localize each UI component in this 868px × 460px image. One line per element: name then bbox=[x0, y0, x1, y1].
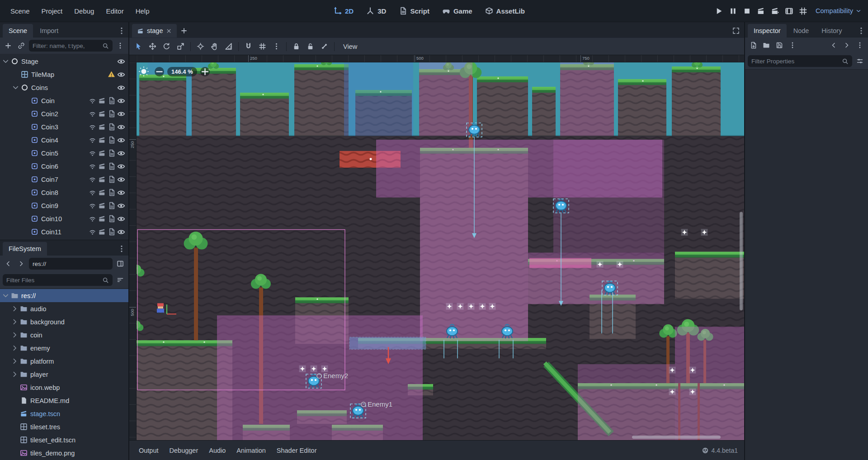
unlock-selected-button[interactable] bbox=[304, 40, 317, 53]
menu-scene[interactable]: Scene bbox=[5, 4, 36, 18]
movie-button[interactable] bbox=[98, 189, 106, 196]
collapse-arrow-icon[interactable] bbox=[2, 57, 9, 65]
fs-split-mode-icon[interactable] bbox=[115, 258, 126, 269]
resource-options-icon[interactable] bbox=[787, 40, 798, 51]
pause-button[interactable] bbox=[729, 7, 737, 15]
scene-tree-row-coin8[interactable]: Coin8 bbox=[0, 186, 128, 199]
fs-item-tileset-edit-tscn[interactable]: tileset_edit.tscn bbox=[0, 433, 128, 446]
zoom-in-button[interactable] bbox=[200, 67, 210, 76]
fs-item-tiles-demo-png[interactable]: tiles_demo.png bbox=[0, 446, 128, 460]
signal-button[interactable] bbox=[89, 149, 96, 157]
collapse-arrow-icon[interactable] bbox=[12, 84, 19, 91]
fs-item-stage-tscn[interactable]: stage.tscn bbox=[0, 407, 128, 420]
eye-button[interactable] bbox=[117, 84, 125, 92]
fs-item-audio[interactable]: audio bbox=[0, 302, 128, 315]
warning-button[interactable] bbox=[108, 71, 115, 78]
scale-tool[interactable] bbox=[174, 40, 187, 53]
script-button[interactable] bbox=[108, 149, 115, 157]
select-tool[interactable] bbox=[132, 40, 145, 53]
fs-filter-field[interactable] bbox=[6, 277, 100, 284]
stop-button[interactable] bbox=[743, 7, 751, 15]
pan-tool[interactable] bbox=[208, 40, 221, 53]
scene-tree-row-coin5[interactable]: Coin5 bbox=[0, 147, 128, 160]
script-button[interactable] bbox=[108, 175, 115, 183]
inspector-filter-field[interactable] bbox=[751, 58, 840, 65]
dock-menu-icon[interactable] bbox=[118, 27, 126, 35]
signal-button[interactable] bbox=[89, 97, 96, 104]
scene-tree-row-coin[interactable]: Coin bbox=[0, 94, 128, 107]
eye-button[interactable] bbox=[117, 57, 125, 66]
context-tab-game[interactable]: Game bbox=[442, 7, 472, 15]
movie-button[interactable] bbox=[98, 228, 106, 236]
signal-button[interactable] bbox=[89, 136, 96, 144]
play-scene-button[interactable] bbox=[757, 7, 765, 15]
add-node-button[interactable] bbox=[3, 40, 14, 51]
view-menu-button[interactable]: View bbox=[339, 41, 362, 52]
lock-selected-button[interactable] bbox=[290, 40, 303, 53]
bottom-panel-debugger[interactable]: Debugger bbox=[165, 444, 203, 457]
scene-filter-field[interactable] bbox=[33, 43, 100, 49]
vertical-scrollbar[interactable] bbox=[740, 212, 743, 311]
fs-forward-icon[interactable] bbox=[16, 258, 27, 269]
signal-button[interactable] bbox=[89, 202, 96, 209]
play-custom-scene-button[interactable] bbox=[771, 7, 779, 15]
bottom-panel-shader-editor[interactable]: Shader Editor bbox=[272, 444, 322, 457]
fs-path-input[interactable] bbox=[29, 258, 113, 270]
script-button[interactable] bbox=[108, 215, 115, 223]
scene-tree-row-stage[interactable]: Stage bbox=[0, 55, 128, 68]
scene-tree-row-coin4[interactable]: Coin4 bbox=[0, 133, 128, 147]
script-button[interactable] bbox=[108, 136, 115, 144]
scene-tree-row-coin10[interactable]: Coin10 bbox=[0, 212, 128, 225]
context-tab-assetlib[interactable]: AssetLib bbox=[485, 7, 525, 15]
new-scene-tab-button[interactable] bbox=[179, 25, 189, 36]
tab-import[interactable]: Import bbox=[34, 24, 64, 38]
eye-button[interactable] bbox=[117, 110, 125, 118]
snap-options-menu[interactable] bbox=[270, 40, 283, 53]
scene-tree-row-tilemap[interactable]: TileMap bbox=[0, 68, 128, 81]
eye-button[interactable] bbox=[117, 162, 125, 171]
fs-path-field[interactable] bbox=[33, 261, 109, 267]
collapse-arrow-icon[interactable] bbox=[11, 370, 19, 378]
scene-tree-row-coin2[interactable]: Coin2 bbox=[0, 107, 128, 120]
scene-tree-row-coin3[interactable]: Coin3 bbox=[0, 120, 128, 133]
movie-button[interactable] bbox=[98, 162, 106, 170]
signal-button[interactable] bbox=[89, 110, 96, 118]
collapse-arrow-icon[interactable] bbox=[2, 292, 9, 299]
grid-snap-toggle[interactable] bbox=[256, 40, 269, 53]
new-resource-button[interactable] bbox=[748, 40, 759, 51]
eye-button[interactable] bbox=[117, 202, 125, 210]
context-tab-2d[interactable]: 2D bbox=[334, 7, 354, 15]
instance-scene-button[interactable] bbox=[16, 40, 27, 51]
ruler-tool[interactable] bbox=[222, 40, 235, 53]
script-button[interactable] bbox=[108, 123, 115, 131]
context-tab-script[interactable]: Script bbox=[399, 7, 429, 15]
history-back-icon[interactable] bbox=[828, 40, 839, 51]
signal-button[interactable] bbox=[89, 162, 96, 170]
signal-button[interactable] bbox=[89, 189, 96, 196]
fs-item-background[interactable]: background bbox=[0, 315, 128, 328]
collapse-arrow-icon[interactable] bbox=[11, 357, 19, 365]
scene-tree-options-icon[interactable] bbox=[115, 40, 126, 51]
tab-node[interactable]: Node bbox=[788, 24, 815, 38]
script-button[interactable] bbox=[108, 228, 115, 236]
fs-sort-icon[interactable] bbox=[115, 275, 126, 285]
movie-button[interactable] bbox=[98, 175, 106, 183]
movie-button[interactable] bbox=[98, 136, 106, 144]
movie-button[interactable] bbox=[98, 215, 106, 223]
scene-tree-row-coin11[interactable]: Coin11 bbox=[0, 225, 128, 238]
inspector-filter-input[interactable] bbox=[748, 55, 852, 67]
movie-button[interactable] bbox=[98, 123, 106, 131]
fs-item-res-[interactable]: res:// bbox=[0, 289, 128, 302]
play-button[interactable] bbox=[715, 7, 723, 15]
signal-button[interactable] bbox=[89, 215, 96, 223]
viewport-canvas[interactable]: 250500750 250500 bbox=[129, 55, 744, 440]
script-button[interactable] bbox=[108, 189, 115, 196]
eye-button[interactable] bbox=[117, 149, 125, 157]
script-button[interactable] bbox=[108, 202, 115, 209]
movie-button[interactable] bbox=[98, 202, 106, 209]
scene-filter-input[interactable] bbox=[29, 40, 113, 52]
tab-filesystem[interactable]: FileSystem bbox=[3, 242, 47, 256]
scene-tree-row-coin9[interactable]: Coin9 bbox=[0, 199, 128, 212]
level-view[interactable]: Enemy2 Enemy1 146.4 % bbox=[137, 62, 744, 440]
context-tab-3d[interactable]: 3D bbox=[366, 7, 386, 15]
